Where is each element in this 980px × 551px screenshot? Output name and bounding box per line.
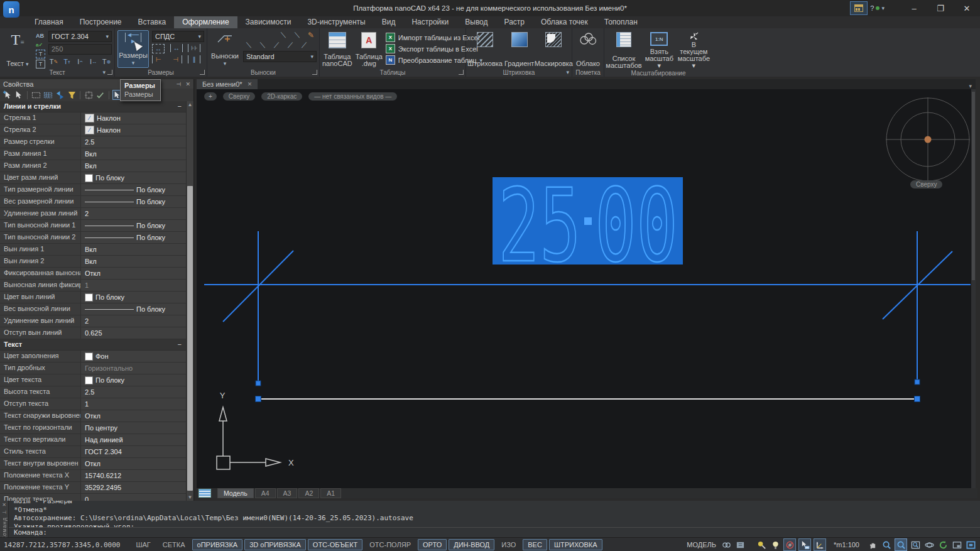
ribbon-tab-Построение[interactable]: Построение (72, 16, 130, 28)
viewport-pill-Сверху[interactable]: Сверху (223, 92, 255, 101)
leader-pencil-icon[interactable]: ✎ (305, 31, 317, 40)
endpoint-grip[interactable] (915, 396, 920, 402)
property-value[interactable]: По блоку (81, 220, 187, 231)
ribbon-tab-3D-инструменты[interactable]: 3D-инструменты (299, 16, 373, 28)
toggle-ИЗО[interactable]: ИЗО (496, 539, 521, 550)
close-icon[interactable]: ✕ (185, 81, 190, 87)
leader-node-icon[interactable]: ⟍ (243, 41, 254, 50)
leader-style-dropdown[interactable]: Standard▾ (243, 51, 317, 62)
property-value[interactable]: 2.5 (81, 386, 187, 398)
property-value[interactable]: Вкл (81, 148, 187, 160)
dialog-launcher-icon[interactable] (200, 70, 205, 75)
sheet-flag-icon[interactable] (734, 539, 746, 550)
filter-icon[interactable] (67, 90, 77, 100)
layout-tab-A4[interactable]: A4 (255, 488, 276, 498)
viewport-pill-— нет связанных видов —[interactable]: — нет связанных видов — (308, 92, 397, 101)
property-value[interactable]: Горизонтально (81, 363, 187, 374)
property-value[interactable]: По блоку (81, 374, 187, 386)
grip-move-icon[interactable] (84, 90, 94, 100)
property-value[interactable]: Откл (81, 268, 187, 279)
scroll-up-icon[interactable]: ▲ (187, 101, 193, 108)
app-logo[interactable]: n (3, 1, 19, 18)
leader-multi-icon[interactable]: ⟍ (291, 31, 303, 40)
dialog-launcher-icon[interactable] (459, 70, 464, 75)
grid-select-icon[interactable] (43, 90, 53, 100)
close-button[interactable]: ✕ (954, 0, 980, 16)
toggle-СЕТКА[interactable]: СЕТКА (158, 539, 190, 550)
close-icon[interactable]: ✕ (2, 502, 6, 508)
defpoint-grip[interactable] (256, 381, 261, 386)
property-value[interactable]: По блоку (81, 303, 187, 315)
defpoint-grip[interactable] (915, 379, 920, 385)
button-Список масштабов[interactable]: Список масштабов (607, 30, 641, 70)
regen-icon[interactable] (937, 539, 949, 550)
property-value[interactable]: Вкл (81, 244, 187, 255)
panel-footer-hatch[interactable]: Штриховка ▾ (466, 68, 572, 77)
fullscreen-icon[interactable] (965, 539, 976, 550)
tab-list-dropdown-icon[interactable]: ▾ (969, 83, 976, 89)
toggle-ВЕС[interactable]: ВЕС (523, 539, 547, 550)
property-value[interactable]: 2 (81, 315, 187, 327)
properties-section-header[interactable]: Линии и стрелки− (0, 101, 187, 112)
space-label[interactable]: МОДЕЛЬ (687, 541, 716, 548)
zoom-icon[interactable] (881, 539, 892, 550)
property-value[interactable]: По блоку (81, 292, 187, 303)
selected-line[interactable] (256, 396, 920, 402)
toggle-ДИН-ВВОД[interactable]: ДИН-ВВОД (449, 539, 494, 550)
panel-footer-text[interactable]: Текст ▾ (0, 68, 114, 77)
zoom-realtime-icon[interactable] (895, 538, 907, 551)
endpoint-grip[interactable] (256, 396, 261, 402)
properties-section-header[interactable]: Текст− (0, 339, 187, 351)
select-add-cursor-icon[interactable] (2, 90, 12, 100)
text-frame-icon[interactable]: T (36, 60, 45, 68)
property-value[interactable]: Откл (81, 410, 187, 422)
ribbon-tab-Вид[interactable]: Вид (374, 16, 404, 28)
button-Взять масштаб[interactable]: 1:NВзять масштаб ▾ (644, 30, 675, 70)
leader-chain-icon[interactable]: ⟍ (257, 41, 268, 50)
ribbon-tab-Вывод[interactable]: Вывод (457, 16, 496, 28)
dim-style-dropdown[interactable]: СПДС▾ (152, 31, 204, 42)
ribbon-toggle-icon[interactable] (850, 1, 868, 15)
close-tab-icon[interactable]: ✕ (248, 81, 253, 87)
ribbon-tab-Оформление[interactable]: Оформление (174, 16, 237, 28)
panel-footer-scale[interactable]: Масштабирование (604, 70, 712, 77)
toggle-оПРИВЯЗКА[interactable]: оПРИВЯЗКА (192, 539, 243, 550)
scroll-down-icon[interactable]: ▼ (187, 494, 193, 501)
help-dropdown-icon[interactable]: ▾ (881, 5, 885, 11)
text-box-icon[interactable]: T (36, 50, 45, 58)
properties-scrollbar[interactable]: ▲ ▼ (186, 101, 193, 501)
document-tab[interactable]: Без имени0* ✕ (197, 79, 258, 89)
dim-ordinate-icon[interactable]: ⊣ (170, 55, 187, 63)
property-value[interactable]: 0.625 (81, 327, 187, 339)
ribbon-tab-Вставка[interactable]: Вставка (130, 16, 175, 28)
property-value[interactable]: Откл (81, 458, 187, 469)
scrollbar-thumb[interactable] (187, 186, 193, 491)
apply-selection-icon[interactable] (95, 90, 106, 100)
zoom-window-icon[interactable] (910, 539, 921, 550)
cursor-icon[interactable] (14, 90, 24, 100)
text-style-dropdown[interactable]: ГОСТ 2.304▾ (48, 31, 112, 42)
pin-icon[interactable]: ⊣ (177, 81, 182, 87)
selected-dimension[interactable]: 25 00 (204, 167, 971, 386)
cursor-tooltip-icon[interactable] (798, 538, 811, 551)
dim-baseline-icon[interactable]: ⊢ (152, 55, 168, 63)
viewport-plus-button[interactable]: + (204, 92, 217, 101)
property-value[interactable]: 35292.2495 (81, 482, 187, 493)
toggle-3D оПРИВЯЗКА[interactable]: 3D оПРИВЯЗКА (244, 539, 306, 550)
property-value[interactable]: 2.5 (81, 136, 187, 148)
leader-simple-icon[interactable]: ⟍ (278, 31, 289, 40)
property-value[interactable]: По блоку (81, 172, 187, 183)
view-orientation-label[interactable]: Сверху (910, 180, 942, 188)
property-value[interactable]: Над линией (81, 434, 187, 445)
cloud-button[interactable]: Облако (575, 30, 601, 68)
viewport-icon[interactable] (951, 539, 962, 550)
property-value[interactable]: 15740.6212 (81, 470, 187, 481)
property-value[interactable]: 1 (81, 398, 187, 410)
leader-align-icon[interactable]: ⟋ (285, 41, 296, 50)
wheel-center-dot[interactable] (925, 136, 932, 143)
property-value[interactable]: ГОСТ 2.304 (81, 446, 187, 457)
panel-footer-leaders[interactable]: Выноски (207, 68, 319, 77)
dims-button[interactable]: ◂—▸ Размеры▾ (117, 30, 149, 68)
text-height-input[interactable]: 250 (48, 44, 112, 55)
annotation-scale-label[interactable]: *m1:100 (834, 541, 859, 548)
